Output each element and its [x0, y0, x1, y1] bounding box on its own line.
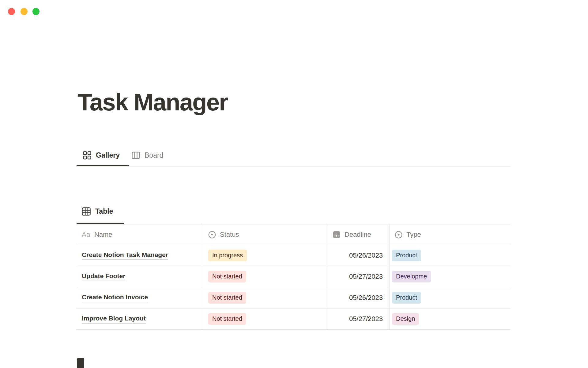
column-header-status[interactable]: Status [203, 224, 327, 245]
cutoff-block-icon [77, 358, 84, 368]
column-header-name[interactable]: Aa Name [77, 224, 203, 245]
table-row-1-name-cell[interactable]: Create Notion Task Manager [77, 245, 203, 266]
notion-window: Task Manager Gallery Board [0, 0, 588, 368]
status-badge[interactable]: In progress [208, 250, 247, 261]
column-header-status-label: Status [220, 231, 239, 239]
view-tabs: Gallery Board [83, 148, 163, 163]
select-dropdown-icon [208, 231, 216, 239]
table-row-2-type-cell[interactable]: Developme [390, 266, 511, 287]
status-badge[interactable]: Not started [208, 313, 246, 325]
table-row-4-deadline-cell[interactable]: 05/27/2023 [327, 309, 390, 330]
table-icon [81, 207, 91, 216]
board-icon [131, 151, 140, 160]
table-row-4-type-cell[interactable]: Design [390, 309, 511, 330]
table-row-1-type-cell[interactable]: Product [390, 245, 511, 266]
window-zoom-button[interactable] [32, 8, 40, 15]
table-row-2-status-cell[interactable]: Not started [203, 266, 327, 287]
status-badge[interactable]: Not started [208, 292, 246, 304]
tab-gallery[interactable]: Gallery [83, 151, 120, 160]
tabs-divider-line [77, 166, 511, 167]
table-section-label: Table [95, 207, 113, 216]
type-badge[interactable]: Product [392, 292, 421, 304]
table-row-3-status-cell[interactable]: Not started [203, 287, 327, 309]
task-page-link[interactable]: Improve Blog Layout [82, 315, 146, 324]
table-row-1-status-cell[interactable]: In progress [203, 245, 327, 266]
table-row-4-status-cell[interactable]: Not started [203, 309, 327, 330]
calendar-icon [333, 231, 341, 239]
type-badge[interactable]: Developme [392, 271, 431, 282]
text-aa-icon: Aa [82, 231, 90, 239]
column-header-deadline[interactable]: Deadline [327, 224, 390, 245]
table-row-2-deadline-cell[interactable]: 05/27/2023 [327, 266, 390, 287]
type-badge[interactable]: Product [392, 250, 421, 261]
task-page-link[interactable]: Create Notion Invoice [82, 293, 148, 302]
table-row-3-name-cell[interactable]: Create Notion Invoice [77, 287, 203, 309]
task-page-link[interactable]: Create Notion Task Manager [82, 251, 168, 260]
status-badge[interactable]: Not started [208, 271, 246, 282]
tab-gallery-label: Gallery [96, 151, 120, 159]
page-title[interactable]: Task Manager [77, 89, 228, 116]
column-header-type-label: Type [406, 231, 421, 239]
table-row-1-deadline-cell[interactable]: 05/26/2023 [327, 245, 390, 266]
task-page-link[interactable]: Update Footer [82, 272, 125, 281]
type-badge[interactable]: Design [392, 313, 419, 325]
column-header-type[interactable]: Type [390, 224, 511, 245]
gallery-icon [83, 151, 92, 160]
table-row-2-name-cell[interactable]: Update Footer [77, 266, 203, 287]
column-header-deadline-label: Deadline [345, 231, 371, 239]
window-minimize-button[interactable] [21, 8, 28, 15]
table-section-toggle[interactable]: Table [81, 207, 113, 216]
window-close-button[interactable] [8, 8, 15, 15]
column-header-name-label: Name [94, 231, 112, 239]
tab-board[interactable]: Board [131, 151, 163, 160]
select-dropdown-icon [395, 231, 402, 239]
table-row-3-deadline-cell[interactable]: 05/26/2023 [327, 287, 390, 309]
table-row-4-name-cell[interactable]: Improve Blog Layout [77, 309, 203, 330]
tab-board-label: Board [145, 151, 163, 159]
task-table: Aa Name Status Deadline [77, 224, 511, 330]
table-row-3-type-cell[interactable]: Product [390, 287, 511, 309]
